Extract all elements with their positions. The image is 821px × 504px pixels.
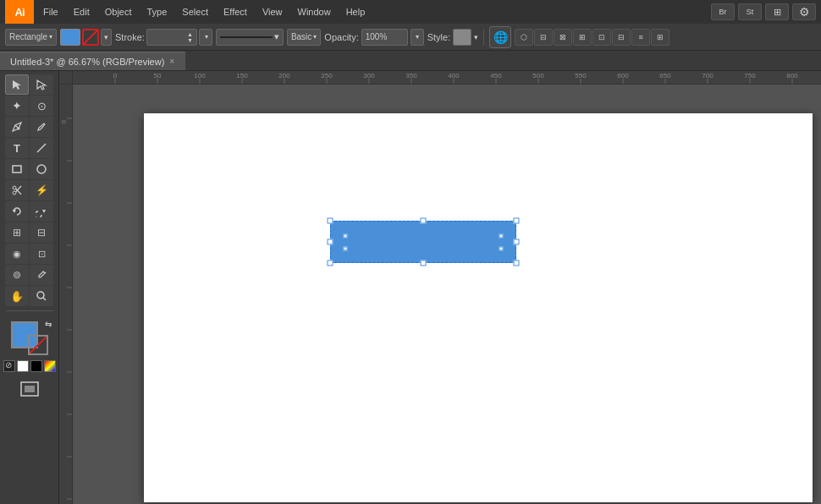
- handle-bottom-left[interactable]: [328, 260, 333, 266]
- fill-stroke-group: ▾: [60, 29, 112, 46]
- ellipse-tool[interactable]: [30, 159, 53, 179]
- eraser-tool[interactable]: ⚡: [30, 180, 53, 200]
- scissors-tool[interactable]: [5, 180, 29, 200]
- mesh-tool[interactable]: ⊚: [5, 265, 29, 285]
- app-switcher: Br St ⊞ ⚙: [711, 3, 816, 20]
- document-tab[interactable]: Untitled-3* @ 66.67% (RGB/Preview) ×: [0, 52, 185, 70]
- swap-fill-stroke-icon[interactable]: ⇆: [45, 320, 52, 329]
- handle-mid-right[interactable]: [514, 239, 520, 245]
- shape-selector[interactable]: Rectangle ▾: [5, 29, 57, 46]
- arrange-btn-5[interactable]: ⊡: [592, 29, 611, 46]
- stroke-label: Stroke:: [115, 32, 145, 42]
- control-point-2[interactable]: [343, 246, 347, 250]
- control-point-4[interactable]: [499, 246, 504, 250]
- lasso-tool[interactable]: ⊙: [30, 96, 53, 116]
- menu-file[interactable]: File: [37, 5, 64, 19]
- svg-text:600: 600: [617, 72, 629, 79]
- arrange-btn-4[interactable]: ⊞: [573, 29, 592, 46]
- control-point-1[interactable]: [343, 233, 347, 238]
- menu-window[interactable]: Window: [292, 5, 337, 19]
- handle-top-mid[interactable]: [421, 218, 427, 224]
- menu-view[interactable]: View: [256, 5, 289, 19]
- column-graph-tool[interactable]: ⊡: [30, 244, 53, 264]
- fill-color-box[interactable]: [60, 29, 80, 46]
- opacity-expand[interactable]: ▾: [410, 29, 424, 46]
- menu-type[interactable]: Type: [141, 5, 174, 19]
- document-tab-title: Untitled-3* @ 66.67% (RGB/Preview): [10, 57, 164, 67]
- arrange-btn-8[interactable]: ⊞: [651, 29, 669, 46]
- menu-select[interactable]: Select: [176, 5, 214, 19]
- artboard-icon[interactable]: [18, 379, 41, 401]
- tool-row-4: T: [0, 138, 58, 158]
- arrange-btn-2[interactable]: ⊟: [534, 29, 553, 46]
- rotate-tool[interactable]: [5, 201, 29, 222]
- pen-tool[interactable]: [5, 117, 29, 137]
- tab-bar: Untitled-3* @ 66.67% (RGB/Preview) ×: [0, 51, 821, 71]
- handle-top-right[interactable]: [514, 218, 520, 224]
- menu-help[interactable]: Help: [340, 5, 372, 19]
- rectangle-tool[interactable]: [5, 159, 29, 179]
- ruler-top: 0 50 100 150 200 250 300 350 400: [73, 71, 821, 85]
- style-selector[interactable]: Basic ▾: [287, 29, 321, 46]
- selected-rect-container[interactable]: [330, 221, 516, 263]
- eyedropper-tool[interactable]: [30, 265, 53, 285]
- symbol-sprayer-tool[interactable]: ◉: [5, 244, 29, 264]
- warp-tool[interactable]: ⊞: [5, 222, 29, 243]
- arrange-btn-3[interactable]: ⊠: [554, 29, 572, 46]
- menu-effect[interactable]: Effect: [218, 5, 253, 19]
- black-swatch[interactable]: [30, 360, 42, 372]
- stroke-swatch[interactable]: [28, 335, 48, 355]
- zoom-tool[interactable]: [30, 286, 53, 306]
- bridge-icon-btn[interactable]: Br: [711, 3, 735, 20]
- line-style-selector[interactable]: ▾: [216, 29, 284, 46]
- stroke-unit-dropdown[interactable]: ▾: [199, 29, 212, 46]
- menu-edit[interactable]: Edit: [68, 5, 96, 19]
- handle-bottom-right[interactable]: [514, 260, 520, 266]
- svg-text:0: 0: [61, 120, 67, 123]
- fill-none-swatch[interactable]: ⊘: [3, 360, 15, 372]
- pencil-tool[interactable]: [30, 117, 53, 137]
- control-point-3[interactable]: [499, 233, 504, 238]
- opacity-label: Opacity:: [324, 32, 358, 42]
- white-swatch[interactable]: [17, 360, 29, 372]
- stroke-spinners[interactable]: ▲ ▼: [187, 31, 193, 43]
- tab-close-button[interactable]: ×: [169, 57, 174, 66]
- canvas-area[interactable]: 0 50 100 150 200 250 300 350 400: [59, 71, 821, 504]
- tool-row-9: ◉ ⊡: [0, 244, 58, 264]
- magic-wand-tool[interactable]: ✦: [5, 96, 29, 116]
- stroke-value-input[interactable]: ▲ ▼: [146, 29, 197, 46]
- fill-stroke-dropdown[interactable]: ▾: [101, 29, 112, 46]
- opacity-group: Opacity: 100% ▾: [324, 29, 423, 46]
- arrange-btn-1[interactable]: ⬡: [515, 29, 533, 46]
- handle-bottom-mid[interactable]: [421, 260, 427, 266]
- stroke-up[interactable]: ▲: [187, 31, 193, 37]
- toolbar-divider: [6, 310, 53, 311]
- line-arrow: ▾: [274, 31, 279, 42]
- stroke-color-box[interactable]: [82, 29, 99, 46]
- handle-top-left[interactable]: [328, 218, 333, 224]
- free-transform-tool[interactable]: ⊟: [30, 222, 53, 243]
- color-swatch[interactable]: [44, 360, 56, 372]
- type-tool[interactable]: T: [5, 138, 29, 158]
- opacity-input[interactable]: 100%: [361, 29, 408, 46]
- handle-mid-left[interactable]: [328, 239, 333, 245]
- properties-toolbar: Rectangle ▾ ▾ Stroke: ▲ ▼ ▾ ▾ Basic ▾: [0, 24, 821, 51]
- hand-tool[interactable]: ✋: [5, 286, 29, 306]
- arrange-btn-7[interactable]: ≡: [631, 29, 650, 46]
- stock-icon-btn[interactable]: St: [738, 3, 762, 20]
- line-tool[interactable]: [30, 138, 53, 158]
- ruler-corner: [59, 71, 73, 85]
- menu-object[interactable]: Object: [99, 5, 138, 19]
- svg-marker-9: [42, 210, 46, 213]
- style-color-box[interactable]: [453, 29, 471, 46]
- globe-button[interactable]: 🌐: [489, 26, 511, 48]
- reflect-tool[interactable]: [30, 201, 53, 222]
- opacity-value: 100%: [366, 32, 388, 41]
- workspace-icon-btn[interactable]: ⊞: [765, 3, 789, 20]
- arrange-btn-6[interactable]: ⊟: [612, 29, 631, 46]
- settings-icon-btn[interactable]: ⚙: [792, 3, 816, 20]
- selected-rectangle[interactable]: [330, 221, 516, 263]
- stroke-down[interactable]: ▼: [187, 37, 193, 43]
- selection-tool[interactable]: [5, 74, 29, 95]
- direct-selection-tool[interactable]: [30, 74, 53, 95]
